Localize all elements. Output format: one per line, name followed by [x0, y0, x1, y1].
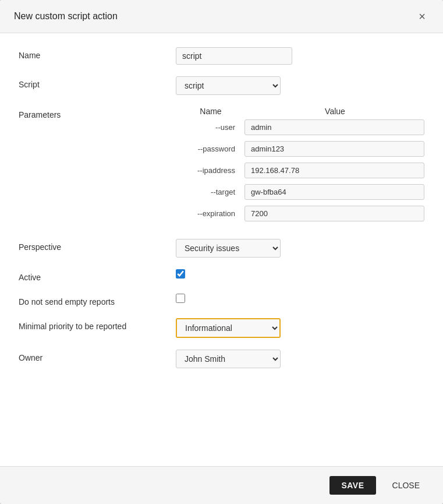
min-priority-select[interactable]: InformationalLowMediumHighCritical [176, 318, 281, 338]
no-empty-reports-checkbox[interactable] [176, 294, 185, 303]
owner-row: Owner John Smith [19, 350, 424, 368]
no-empty-reports-control-wrap [176, 294, 424, 305]
name-label: Name [19, 47, 176, 60]
param-row: --user [176, 119, 424, 135]
no-empty-reports-label: Do not send empty reports [19, 294, 176, 306]
header-close-button[interactable]: × [415, 9, 429, 23]
perspective-control-wrap: Security issuesInformational [176, 239, 424, 258]
param-name-label: --password [176, 144, 240, 153]
param-name-label: --target [176, 188, 240, 196]
dialog-header: New custom script action × [0, 0, 443, 33]
param-row: --expiration [176, 206, 424, 221]
param-value-input[interactable] [244, 206, 424, 221]
active-control-wrap [176, 269, 424, 280]
active-checkbox[interactable] [176, 269, 185, 279]
no-empty-reports-row: Do not send empty reports [19, 294, 424, 306]
active-row: Active [19, 269, 424, 282]
param-row: --target [176, 184, 424, 200]
parameters-row: Parameters Name Value --user--password--… [19, 107, 424, 227]
param-value-input[interactable] [244, 119, 424, 135]
perspective-select[interactable]: Security issuesInformational [176, 239, 281, 258]
active-label: Active [19, 269, 176, 282]
owner-label: Owner [19, 350, 176, 362]
dialog-title: New custom script action [14, 11, 118, 22]
perspective-label: Perspective [19, 239, 176, 252]
params-header: Name Value [176, 107, 424, 116]
param-value-input[interactable] [244, 163, 424, 178]
dialog-footer: SAVE CLOSE [0, 466, 443, 504]
param-name-label: --expiration [176, 209, 240, 218]
script-label: Script [19, 76, 176, 89]
name-input[interactable] [176, 47, 292, 65]
param-value-input[interactable] [244, 184, 424, 200]
script-control-wrap: script [176, 76, 424, 95]
perspective-row: Perspective Security issuesInformational [19, 239, 424, 258]
parameters-label: Parameters [19, 107, 176, 119]
param-name-label: --user [176, 123, 240, 132]
name-control-wrap [176, 47, 424, 65]
owner-control-wrap: John Smith [176, 350, 424, 368]
min-priority-label: Minimal priority to be reported [19, 318, 176, 331]
script-select[interactable]: script [176, 76, 281, 95]
save-button[interactable]: SAVE [329, 476, 375, 495]
min-priority-row: Minimal priority to be reported Informat… [19, 318, 424, 338]
param-row: --password [176, 141, 424, 157]
owner-select[interactable]: John Smith [176, 350, 281, 368]
parameters-control-wrap: Name Value --user--password--ipaddress--… [176, 107, 424, 227]
params-table: Name Value --user--password--ipaddress--… [176, 107, 424, 221]
min-priority-control-wrap: InformationalLowMediumHighCritical [176, 318, 424, 338]
dialog-body: Name Script script Parameters Name Value [0, 33, 443, 466]
params-col-value-header: Value [246, 107, 424, 116]
dialog: New custom script action × Name Script s… [0, 0, 443, 504]
params-rows: --user--password--ipaddress--target--exp… [176, 119, 424, 221]
params-col-name-header: Name [176, 107, 246, 116]
script-row: Script script [19, 76, 424, 95]
close-button[interactable]: CLOSE [383, 476, 429, 495]
param-value-input[interactable] [244, 141, 424, 157]
name-row: Name [19, 47, 424, 65]
param-row: --ipaddress [176, 163, 424, 178]
param-name-label: --ipaddress [176, 166, 240, 175]
